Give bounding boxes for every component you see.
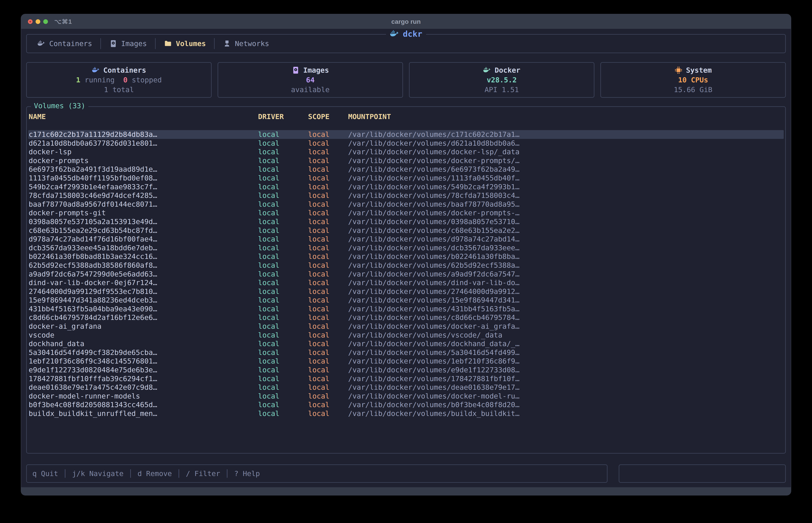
table-row[interactable]: docker-ai_grafanalocallocal/var/lib/dock…	[28, 322, 784, 331]
table-row[interactable]: baaf78770ad8a9567df0144ec8071…locallocal…	[28, 200, 784, 209]
volume-scope-cell: local	[308, 217, 348, 226]
volume-mountpoint-cell: /var/lib/docker/volumes/c171c602c2b17a1…	[348, 130, 784, 139]
column-header-scope: SCOPE	[308, 112, 348, 121]
table-row[interactable]: 78cfda7158003c46e9d74dcef4285…locallocal…	[28, 191, 784, 200]
table-row[interactable]: dcb3567da933eee45a18bdd6e7deb…locallocal…	[28, 244, 784, 252]
volume-scope-cell: local	[308, 270, 348, 278]
tab-volumes[interactable]: Volumes	[164, 39, 206, 48]
volume-scope-cell: local	[308, 365, 348, 374]
table-row[interactable]: 1113fa0455db40ff1195bfbd0ef08…locallocal…	[28, 174, 784, 182]
table-row[interactable]: dockhand_datalocallocal/var/lib/docker/v…	[28, 339, 784, 348]
volume-driver-cell: local	[258, 244, 308, 252]
volume-driver-cell: local	[258, 235, 308, 244]
volume-driver-cell: local	[258, 305, 308, 313]
column-header-name: NAME	[29, 112, 258, 121]
table-row[interactable]: 431bb4f5163fb5a04bba9ea43e090…locallocal…	[28, 305, 784, 313]
docker-whale-icon	[37, 39, 46, 48]
volume-mountpoint-cell: /var/lib/docker/volumes/docker-prompts-…	[348, 209, 784, 217]
table-row[interactable]: 6e6973f62ba2a491f3d19aad89d1e…locallocal…	[28, 165, 784, 174]
window-title: cargo run	[21, 18, 791, 25]
table-row[interactable]: deae01638e79e17a475c42e07c9d8…locallocal…	[28, 383, 784, 392]
minimize-button[interactable]	[36, 19, 40, 24]
zoom-button[interactable]	[43, 19, 48, 24]
volume-mountpoint-cell: /var/lib/docker/volumes/d621a10d8bdb0a6…	[348, 139, 784, 148]
table-row[interactable]: docker-model-runner-modelslocallocal/var…	[28, 392, 784, 401]
table-row[interactable]: vscodelocallocal/var/lib/docker/volumes/…	[28, 331, 784, 340]
volume-mountpoint-cell: /var/lib/docker/volumes/6e6973f62ba2a49…	[348, 165, 784, 174]
volume-scope-cell: local	[308, 374, 348, 383]
docker-card: Docker v28.5.2 API 1.51	[409, 62, 595, 98]
volume-driver-cell: local	[258, 147, 308, 156]
app-title: dckr	[386, 29, 426, 39]
volume-scope-cell: local	[308, 261, 348, 270]
volume-mountpoint-cell: /var/lib/docker/volumes/549b2ca4f2993b1…	[348, 182, 784, 191]
table-row[interactable]: 15e9f869447d341a88236ed4dceb3…locallocal…	[28, 296, 784, 305]
disk-icon	[292, 66, 300, 74]
table-row[interactable]: docker-promptslocallocal/var/lib/docker/…	[28, 156, 784, 165]
table-row[interactable]: b0f3be4c08f8d2050881343cc465d…locallocal…	[28, 400, 784, 409]
table-row[interactable]: 5a30416d54fd499cf382b9de65cba…locallocal…	[28, 348, 784, 357]
volume-mountpoint-cell: /var/lib/docker/volumes/a9ad9f2dc6a7547…	[348, 270, 784, 278]
table-row[interactable]: b022461a30fb8bad81b3ae324cc16…locallocal…	[28, 252, 784, 261]
tab-containers[interactable]: Containers	[37, 39, 92, 48]
tab-networks[interactable]: Networks	[223, 39, 269, 48]
table-row[interactable]: 1ebf210f36c86f9c348c145576801…locallocal…	[28, 357, 784, 365]
table-row[interactable]: d621a10d8bdb0a6377826d031e801…locallocal…	[28, 139, 784, 148]
close-button[interactable]	[28, 19, 33, 24]
table-row[interactable]: c171c602c2b17a11129d2b84db83a…locallocal…	[28, 130, 784, 139]
volume-name-cell: dind-var-lib-docker-0ej67r124…	[29, 278, 258, 287]
tab-separator	[100, 38, 101, 49]
table-row[interactable]: 62b5d92ecf5388adb38586f860af8…locallocal…	[28, 261, 784, 270]
tab-images[interactable]: Images	[109, 39, 147, 48]
volume-name-cell: c171c602c2b17a11129d2b84db83a…	[29, 130, 258, 139]
table-row[interactable]: e9de1f122733d0820484e75de6b3e…locallocal…	[28, 365, 784, 374]
table-row[interactable]: 0398a8057e537105a2a153913e49d…locallocal…	[28, 217, 784, 226]
tab-separator	[155, 38, 156, 49]
volume-driver-cell: local	[258, 357, 308, 365]
table-row[interactable]: buildx_buildkit_unruffled_men…locallocal…	[28, 409, 784, 418]
volume-scope-cell: local	[308, 252, 348, 261]
keybind-hint: d Remove	[138, 469, 172, 478]
table-row[interactable]: dind-var-lib-docker-0ej67r124…locallocal…	[28, 278, 784, 287]
cpu-count: 10 CPUs	[678, 75, 708, 85]
keybind-hint: ? Help	[234, 469, 260, 478]
table-row[interactable]: a9ad9f2dc6a7547299d0e5e6add63…locallocal…	[28, 270, 784, 278]
tab-separator	[214, 38, 215, 49]
volume-mountpoint-cell: /var/lib/docker/volumes/c8d66cb46795784…	[348, 313, 784, 322]
volume-mountpoint-cell: /var/lib/docker/volumes/baaf78770ad8a95…	[348, 200, 784, 209]
volume-driver-cell: local	[258, 217, 308, 226]
volume-name-cell: docker-prompts	[29, 156, 258, 165]
volume-scope-cell: local	[308, 165, 348, 174]
card-title: Containers	[92, 66, 146, 75]
table-row[interactable]: 178427881fbf10fffab39c6294cf1…locallocal…	[28, 374, 784, 383]
volume-name-cell: 549b2ca4f2993b1e4efaae9833c7f…	[29, 182, 258, 191]
volume-scope-cell: local	[308, 139, 348, 148]
volume-name-cell: 27464000d9a99129df9553ec7b810…	[29, 287, 258, 296]
volume-scope-cell: local	[308, 191, 348, 200]
volume-scope-cell: local	[308, 409, 348, 418]
table-row[interactable]: 27464000d9a99129df9553ec7b810…locallocal…	[28, 287, 784, 296]
volume-mountpoint-cell: /var/lib/docker/volumes/b022461a30fb8ba…	[348, 252, 784, 261]
keybind-hints-box: q Quit│j/k Navigate│d Remove│/ Filter│? …	[26, 464, 607, 483]
table-row[interactable]: c68e63b155ea2e29cd63b54bc87fd…locallocal…	[28, 226, 784, 235]
volume-scope-cell: local	[308, 200, 348, 209]
volume-name-cell: docker-prompts-git	[29, 209, 258, 217]
table-row[interactable]: docker-prompts-gitlocallocal/var/lib/doc…	[28, 209, 784, 217]
volume-name-cell: docker-model-runner-models	[29, 392, 258, 401]
volume-scope-cell: local	[308, 348, 348, 357]
volume-mountpoint-cell: /var/lib/docker/volumes/5a30416d54fd499…	[348, 348, 784, 357]
table-row[interactable]: c8d66cb46795784d2af16bf12e6e6…locallocal…	[28, 313, 784, 322]
table-row[interactable]: 549b2ca4f2993b1e4efaae9833c7f…locallocal…	[28, 182, 784, 191]
volume-driver-cell: local	[258, 409, 308, 418]
volume-name-cell: b022461a30fb8bad81b3ae324cc16…	[29, 252, 258, 261]
docker-version: v28.5.2	[487, 75, 517, 85]
volume-name-cell: d978a74c27abd14f76d16bf00fae4…	[29, 235, 258, 244]
volume-driver-cell: local	[258, 392, 308, 401]
volume-mountpoint-cell: /var/lib/docker/volumes/78cfda7158003c4…	[348, 191, 784, 200]
stopped-label: stopped	[132, 76, 162, 84]
volume-driver-cell: local	[258, 261, 308, 270]
tab-label: Containers	[49, 39, 92, 48]
table-row[interactable]: d978a74c27abd14f76d16bf00fae4…locallocal…	[28, 235, 784, 244]
table-row[interactable]: docker-lsplocallocal/var/lib/docker/volu…	[28, 147, 784, 156]
volume-driver-cell: local	[258, 270, 308, 278]
